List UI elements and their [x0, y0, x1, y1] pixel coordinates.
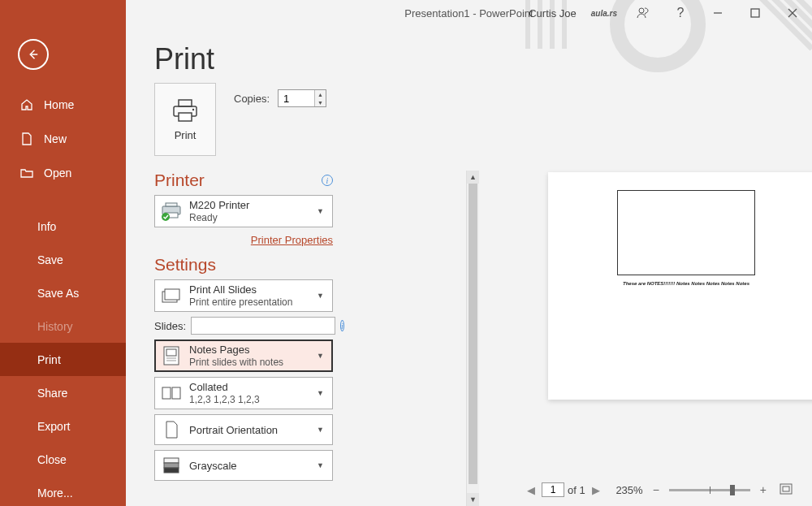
help-button[interactable]: ? [669, 2, 692, 24]
color-line1: Grayscale [189, 460, 313, 472]
nav-info[interactable]: Info [37, 210, 126, 243]
svg-rect-19 [166, 203, 177, 206]
nav-label: Close [37, 453, 67, 466]
nav-history: History [37, 309, 126, 343]
svg-rect-28 [162, 387, 171, 399]
preview-notes: These are NOTES!!!!!!! Notes Notes Notes… [617, 281, 755, 286]
zoom-in-button[interactable]: + [757, 483, 770, 496]
svg-rect-31 [164, 463, 179, 468]
nav-label: History [37, 320, 73, 333]
collate-line1: Collated [189, 381, 313, 393]
svg-rect-30 [164, 458, 179, 463]
orientation-line1: Portrait Orientation [189, 424, 313, 436]
home-icon [18, 98, 36, 111]
scroll-down-button[interactable]: ▼ [467, 493, 479, 506]
feedback-icon[interactable] [632, 2, 654, 24]
nav-share[interactable]: Share [37, 376, 126, 409]
nav-open[interactable]: Open [18, 156, 126, 190]
user-name[interactable]: Curtis Joe [529, 7, 577, 19]
portrait-icon [160, 418, 183, 441]
preview-footer: ◀ of 1 ▶ 235% − + [524, 480, 796, 500]
collate-dropdown[interactable]: Collated 1,2,3 1,2,3 1,2,3 ▼ [154, 377, 333, 409]
nav-print[interactable]: Print [0, 343, 126, 376]
nav-new[interactable]: New [18, 122, 126, 156]
zoom-slider[interactable] [669, 489, 750, 491]
back-button[interactable] [18, 39, 49, 70]
copies-spinner[interactable]: ▲ ▼ [278, 89, 326, 107]
next-page-button[interactable]: ▶ [589, 484, 603, 496]
printer-name: M220 Printer [189, 199, 313, 211]
chevron-down-icon: ▼ [313, 461, 327, 469]
copies-label: Copies: [234, 93, 270, 105]
svg-rect-34 [783, 487, 789, 491]
chevron-down-icon: ▼ [313, 207, 327, 215]
printer-heading: Printer [154, 171, 205, 190]
nav-label: New [44, 132, 67, 145]
spinner-up[interactable]: ▲ [315, 90, 326, 98]
nav-save-as[interactable]: Save As [37, 276, 126, 309]
printer-properties-link[interactable]: Printer Properties [251, 234, 333, 246]
nav-label: Home [44, 98, 74, 111]
nav-export[interactable]: Export [37, 409, 126, 443]
color-dropdown[interactable]: Grayscale ▼ [154, 450, 333, 481]
titlebar: Presentation1 - PowerPoint Curtis Joe au… [126, 0, 812, 26]
nav-label: Open [44, 167, 71, 179]
orientation-dropdown[interactable]: Portrait Orientation ▼ [154, 414, 333, 445]
scroll-thumb[interactable] [469, 184, 477, 484]
zoom-center-tick [710, 487, 710, 494]
nav-home[interactable]: Home [18, 88, 126, 122]
grayscale-icon [160, 454, 183, 477]
print-preview: These are NOTES!!!!!!! Notes Notes Notes… [524, 83, 796, 482]
scroll-track[interactable] [467, 184, 479, 493]
prev-page-button[interactable]: ◀ [524, 484, 538, 496]
layout-dropdown[interactable]: Notes Pages Print slides with notes ▼ [154, 339, 333, 372]
zoom-thumb[interactable] [730, 485, 735, 495]
slides-label: Slides: [154, 320, 186, 332]
printer-ready-icon [160, 200, 183, 223]
slides-info-icon[interactable]: i [340, 320, 344, 331]
copies-input[interactable] [279, 90, 314, 106]
page-total: of 1 [568, 484, 585, 496]
svg-point-21 [162, 213, 170, 221]
layout-line2: Print slides with notes [189, 357, 313, 368]
nav-label: Share [37, 387, 67, 400]
svg-point-17 [192, 108, 194, 110]
nav-more[interactable]: More... [37, 476, 126, 506]
minimize-button[interactable] [706, 2, 729, 24]
print-what-dropdown[interactable]: Print All Slides Print entire presentati… [154, 279, 333, 312]
settings-scrollbar[interactable]: ▲ ▼ [466, 171, 479, 506]
close-button[interactable] [781, 2, 804, 24]
nav-label: Print [37, 353, 61, 366]
preview-slide-placeholder [617, 190, 755, 275]
fit-page-button[interactable] [776, 483, 796, 497]
maximize-button[interactable] [744, 2, 767, 24]
nav-close[interactable]: Close [37, 443, 126, 476]
svg-rect-14 [179, 100, 192, 106]
chevron-down-icon: ▼ [313, 389, 327, 397]
backstage-sidebar: Home New Open Info Save Save As History … [0, 0, 126, 506]
print-page: Print Print Copies: ▲ ▼ [126, 26, 812, 506]
nav-label: Save [37, 253, 63, 266]
spinner-down[interactable]: ▼ [315, 98, 326, 106]
notes-page-icon [160, 344, 183, 367]
scroll-up-button[interactable]: ▲ [467, 171, 479, 184]
print-button-label: Print [175, 129, 197, 141]
svg-rect-23 [165, 289, 179, 300]
chevron-down-icon: ▼ [313, 292, 327, 300]
svg-point-9 [639, 8, 644, 13]
nav-save[interactable]: Save [37, 243, 126, 276]
chevron-down-icon: ▼ [313, 352, 327, 360]
collate-line2: 1,2,3 1,2,3 1,2,3 [189, 394, 313, 405]
svg-rect-11 [751, 9, 759, 17]
print-button[interactable]: Print [154, 83, 216, 156]
printer-dropdown[interactable]: M220 Printer Ready ▼ [154, 195, 333, 227]
zoom-out-button[interactable]: − [650, 483, 663, 496]
nav-label: Save As [37, 287, 79, 300]
print-what-line2: Print entire presentation [189, 296, 313, 308]
page-number-input[interactable] [542, 482, 564, 497]
page-title: Print [154, 42, 812, 76]
printer-info-icon[interactable]: i [322, 175, 333, 186]
chevron-down-icon: ▼ [313, 426, 327, 434]
slides-stack-icon [160, 284, 183, 307]
slides-input[interactable] [191, 317, 335, 335]
